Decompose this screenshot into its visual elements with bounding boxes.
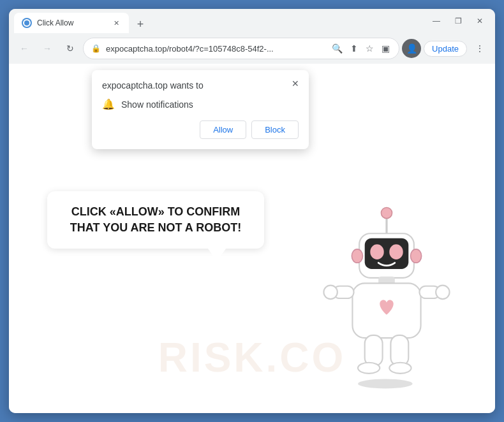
tab-title: Click Allow [37,18,106,27]
reload-button[interactable]: ↻ [60,38,80,59]
robot-svg [316,203,457,394]
bubble-text: CLICK «ALLOW» TO CONFIRM THAT YOU ARE NO… [63,204,249,236]
update-button[interactable]: Update [424,41,467,57]
svg-point-6 [352,249,362,263]
active-tab[interactable]: Click Allow ✕ [14,13,129,33]
url-text: expocaptcha.top/robot4/?c=105748c8-54f2-… [106,44,325,54]
svg-rect-14 [365,335,383,366]
minimize-button[interactable]: — [426,12,447,30]
svg-point-17 [389,363,411,374]
address-icons: 🔍 ⬆ ☆ ▣ [330,42,391,55]
split-icon[interactable]: ▣ [380,42,391,55]
profile-button[interactable]: 👤 [402,39,421,58]
back-button[interactable]: ← [14,38,34,59]
forward-button[interactable]: → [37,38,57,59]
popup-close-button[interactable]: ✕ [288,76,302,91]
close-button[interactable]: ✕ [470,12,490,30]
bookmark-icon[interactable]: ☆ [364,42,375,55]
popup-title: expocaptcha.top wants to [102,80,299,91]
speech-bubble: CLICK «ALLOW» TO CONFIRM THAT YOU ARE NO… [47,191,264,249]
content-area: RISK.CO expocaptcha.top wants to ✕ 🔔 Sho… [9,64,495,413]
lock-icon: 🔒 [91,44,101,53]
browser-window: Click Allow ✕ + — ❐ ✕ ← → ↻ [9,9,495,413]
bell-icon: 🔔 [102,98,115,110]
window-controls: — ❐ ✕ [426,12,490,30]
more-menu-button[interactable]: ⋮ [470,38,490,59]
maximize-button[interactable]: ❐ [448,12,468,30]
tab-favicon [22,18,32,28]
new-tab-button[interactable]: + [131,15,149,33]
popup-buttons: Allow Block [102,120,299,139]
tab-area: Click Allow ✕ + [14,9,426,33]
tab-close-button[interactable]: ✕ [111,18,121,28]
svg-point-7 [411,249,422,263]
speech-bubble-container: CLICK «ALLOW» TO CONFIRM THAT YOU ARE NO… [47,191,264,249]
svg-point-18 [358,379,413,388]
block-button[interactable]: Block [251,120,299,139]
svg-point-13 [436,286,449,299]
permission-label: Show notifications [121,99,193,110]
toolbar-right: 👤 Update ⋮ [402,38,490,59]
notification-popup: expocaptcha.top wants to ✕ 🔔 Show notifi… [92,70,309,149]
svg-point-15 [358,363,380,374]
svg-point-11 [323,286,337,299]
allow-button[interactable]: Allow [200,120,246,139]
svg-point-5 [389,244,403,259]
svg-point-4 [370,244,383,259]
share-icon[interactable]: ⬆ [349,42,359,55]
profile-icon: 👤 [406,43,417,54]
toolbar: ← → ↻ 🔒 expocaptcha.top/robot4/?c=105748… [9,33,495,64]
address-bar[interactable]: 🔒 expocaptcha.top/robot4/?c=105748c8-54f… [83,38,399,59]
robot-character [316,203,457,394]
title-bar: Click Allow ✕ + — ❐ ✕ [9,9,495,33]
search-icon[interactable]: 🔍 [330,42,344,55]
svg-rect-16 [390,335,408,366]
popup-permission-row: 🔔 Show notifications [102,98,299,110]
svg-point-1 [381,208,392,219]
